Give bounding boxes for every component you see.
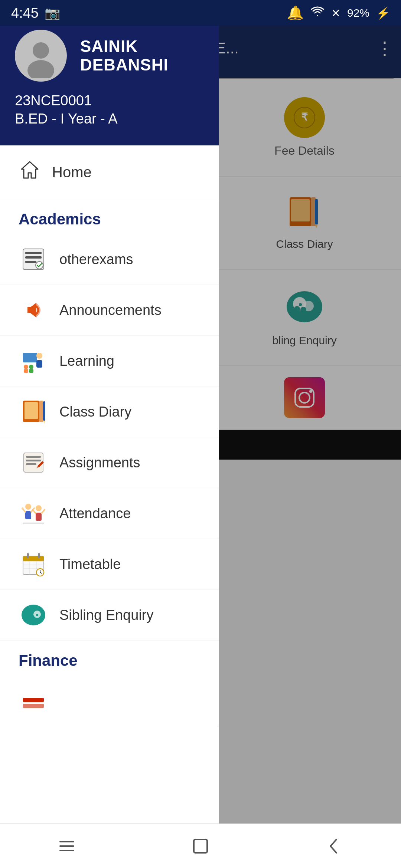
svg-rect-60 <box>38 553 40 558</box>
svg-rect-73 <box>194 839 207 853</box>
svg-rect-41 <box>25 511 31 519</box>
svg-rect-32 <box>39 401 43 422</box>
menu-item-assignments[interactable]: Assignments <box>0 437 219 488</box>
svg-rect-21 <box>25 256 42 259</box>
svg-point-67 <box>36 614 38 616</box>
bell-icon: 🔔 <box>287 5 304 21</box>
status-icons: 🔔 ✕ 92% ⚡ <box>287 4 390 22</box>
assignments-icon <box>19 448 48 477</box>
sibling-enquiry-menu-icon <box>19 600 48 630</box>
finance-icon <box>19 686 48 716</box>
svg-point-65 <box>31 615 35 619</box>
announcements-icon <box>19 295 48 325</box>
battery-level: 92% <box>347 7 369 19</box>
menu-label-class-diary: Class Diary <box>59 404 131 420</box>
svg-rect-70 <box>59 841 74 842</box>
home-icon <box>19 159 41 185</box>
attendance-icon <box>19 499 48 528</box>
status-bar: 4:45 📷 🔔 ✕ 92% ⚡ <box>0 0 401 26</box>
menu-label-attendance: Attendance <box>59 506 131 522</box>
menu-label-otherexams: otherexams <box>59 251 133 267</box>
svg-rect-26 <box>36 360 42 368</box>
sidebar-content: Home Academics otherexams <box>0 145 219 868</box>
svg-rect-33 <box>25 402 38 419</box>
svg-point-64 <box>26 615 30 618</box>
menu-item-attendance[interactable]: Attendance <box>0 488 219 539</box>
svg-rect-72 <box>59 850 74 851</box>
svg-point-40 <box>25 504 31 510</box>
menu-item-announcements[interactable]: Announcements <box>0 285 219 336</box>
menu-label-learning: Learning <box>59 353 114 369</box>
svg-point-61 <box>22 605 45 625</box>
svg-rect-50 <box>23 556 44 561</box>
svg-point-25 <box>36 353 42 359</box>
svg-rect-29 <box>24 369 28 373</box>
nav-menu-button[interactable] <box>48 831 85 861</box>
svg-point-66 <box>29 612 31 614</box>
menu-label-timetable: Timetable <box>59 556 121 572</box>
svg-rect-39 <box>26 463 36 465</box>
svg-rect-71 <box>59 845 74 847</box>
svg-rect-24 <box>23 353 37 362</box>
otherexams-icon <box>19 244 48 274</box>
svg-rect-20 <box>25 252 42 254</box>
menu-item-finance[interactable] <box>0 675 219 726</box>
svg-rect-37 <box>26 456 41 458</box>
menu-label-sibling-enquiry: Sibling Enquiry <box>59 607 153 623</box>
menu-label-announcements: Announcements <box>59 302 162 318</box>
home-label: Home <box>52 164 92 181</box>
class-diary-menu-icon <box>19 397 48 427</box>
nav-bar <box>0 823 401 868</box>
user-profile: SAINIK DEBANSHI <box>15 30 204 82</box>
battery-icon: ⚡ <box>376 7 390 20</box>
svg-line-47 <box>42 510 45 513</box>
svg-rect-34 <box>43 401 45 421</box>
menu-item-learning[interactable]: Learning <box>0 336 219 387</box>
timetable-icon <box>19 549 48 579</box>
menu-item-class-diary[interactable]: Class Diary <box>0 387 219 437</box>
user-class: B.ED - I Year - A <box>15 111 204 127</box>
svg-marker-35 <box>43 421 45 424</box>
svg-point-17 <box>33 42 49 59</box>
nav-back-button[interactable] <box>316 831 353 861</box>
svg-rect-69 <box>23 704 44 708</box>
user-name: SAINIK DEBANSHI <box>80 37 204 74</box>
svg-rect-36 <box>24 453 43 472</box>
svg-line-46 <box>33 510 36 513</box>
svg-point-44 <box>36 505 42 511</box>
nav-home-button[interactable] <box>182 831 219 861</box>
menu-item-otherexams[interactable]: otherexams <box>0 234 219 285</box>
finance-header: Finance <box>0 641 219 675</box>
academics-header: Academics <box>0 199 219 234</box>
svg-rect-30 <box>29 369 33 373</box>
sidebar: SAINIK DEBANSHI 23NCE0001 B.ED - I Year … <box>0 0 219 868</box>
menu-label-assignments: Assignments <box>59 455 140 471</box>
svg-line-42 <box>22 508 25 512</box>
menu-item-timetable[interactable]: Timetable <box>0 539 219 590</box>
svg-rect-38 <box>26 460 41 461</box>
menu-item-sibling-enquiry[interactable]: Sibling Enquiry <box>0 590 219 641</box>
learning-icon <box>19 346 48 376</box>
svg-point-27 <box>24 365 28 369</box>
svg-rect-68 <box>23 698 44 702</box>
overlay-dim[interactable] <box>219 0 401 868</box>
avatar <box>15 30 67 82</box>
svg-rect-59 <box>27 553 29 558</box>
user-id: 23NCE0001 <box>15 93 204 109</box>
x-icon: ✕ <box>331 7 340 20</box>
home-item[interactable]: Home <box>0 145 219 199</box>
app-icon: 📷 <box>45 6 60 20</box>
svg-point-28 <box>29 365 33 369</box>
svg-rect-22 <box>25 261 36 263</box>
svg-rect-45 <box>36 513 42 521</box>
wifi-icon <box>310 4 325 22</box>
status-time: 4:45 <box>11 5 39 21</box>
